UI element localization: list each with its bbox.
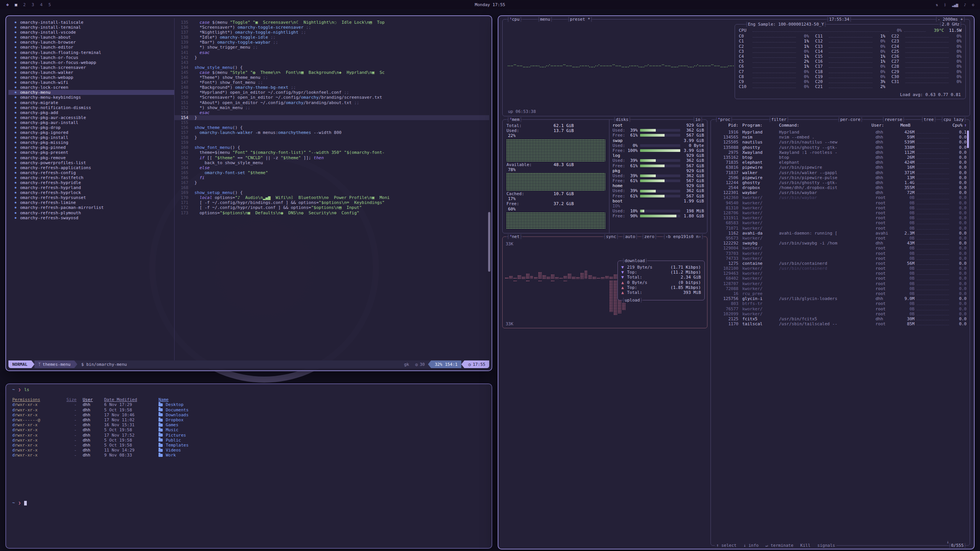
process-row[interactable]: 102100kworker//usr/bin/containerdroot0B0… [714,266,967,271]
file-item[interactable]: ✱omarchy-refresh-limine [15,200,174,205]
process-row[interactable]: 1170tailscal/usr/sbin/tailscaled --root8… [714,321,967,326]
code-line[interactable]: 146 *Theme*) show_theme_menu ;; [175,75,489,80]
net-interface-selector[interactable]: ‹b enp191s0 n› [663,234,704,239]
workspace-3[interactable]: 3 [30,2,35,7]
proc-tab[interactable]: ⁴proc [715,117,733,122]
process-row[interactable]: 68583kworker/root0B0.0 [714,220,967,225]
code-line[interactable]: 155 [175,120,489,125]
bluetooth-icon[interactable]: ᛒ [944,3,946,7]
process-row[interactable]: 2544dropbox/home/dhh/.dropbox-distdhh355… [714,185,967,190]
code-line[interactable]: 139 *Bar*) omarchy-toggle-waybar ;; [175,40,489,45]
process-row[interactable]: 2506pipewire/usr/bin/pipewire-pulsedhh13… [714,175,967,180]
file-item[interactable]: ✱omarchy-launch-browser [15,40,174,45]
process-row[interactable]: 128706kworker/root0B0.0 [714,210,967,215]
file-item[interactable]: ✱omarchy-pkg-add [15,110,174,115]
code-line[interactable]: 170 local options="♪ Audio\n▂▄▆ Wifi\nᛒ … [175,195,489,200]
workspace-4[interactable]: 4 [39,2,44,7]
process-row[interactable]: 125756glycin-i/usr/lib/glycin-loadersdhh… [714,296,967,301]
process-scrollbar[interactable] [967,130,969,148]
process-row[interactable]: 74733kworker/root0B0.0 [714,256,967,261]
net-auto-toggle[interactable]: auto [622,234,638,239]
file-item[interactable]: ✱omarchy-powerprofiles-list [15,160,174,165]
file-item[interactable]: ✱omarchy-install-terminal [15,25,174,30]
footer-key[interactable]: Kill [800,543,811,548]
process-row[interactable]: 95673kworker/root0B0.0 [714,236,967,241]
process-row[interactable]: 129004kworker/root0B0.0 [714,246,967,251]
process-row[interactable]: 122292swaybg/usr/bin/swaybg -i /homdhh43… [714,241,967,246]
shell-prompt[interactable]: ~ ❯ [12,500,488,505]
process-row[interactable]: 1162avahi-daavahi-daemon: running [avahi… [714,231,967,236]
io-tab[interactable]: io [693,117,704,122]
file-item[interactable]: ✱omarchy-pkg-install [15,135,174,140]
file-item[interactable]: ✱omarchy-pkg-aur-install [15,120,174,125]
reverse-toggle[interactable]: reverse [882,117,905,122]
code-line[interactable]: 143 [175,60,489,65]
process-row[interactable]: 122301waybar/usr/bin/waybardhh72M0.0 [714,190,967,195]
process-row[interactable]: 102099kworker/root0B0.0 [714,311,967,316]
code-line[interactable]: 172 [ -f ~/.config/hypr/input.conf ] && … [175,205,489,210]
workspace-5[interactable]: 5 [47,2,52,7]
code-line[interactable]: 171 [ -f ~/.config/hypr/bindings.conf ] … [175,200,489,205]
process-row[interactable]: 63816pipewire/usr/bin/pipewiredhh16M0.0 [714,165,967,170]
file-item[interactable]: ✱omarchy-pkg-drop [15,125,174,130]
file-item[interactable]: ✱omarchy-pkg-remove [15,155,174,160]
code-line[interactable]: 147 *Font*) show_font_menu ;; [175,80,489,85]
file-item[interactable]: ✱omarchy-pkg-pinned [15,145,174,150]
process-row[interactable]: 2975XwaylandXwayland :1 -rootless -dhh11… [714,150,967,155]
code-line[interactable]: 145 case $(menu "Style" "◍ Theme\n✎ Font… [175,70,489,75]
code-line[interactable]: 150 *Screensaver*) open_in_editor ~/.con… [175,95,489,100]
process-row[interactable]: 12244ghostty/usr/bin/ghostty --gtk-dhh1.… [714,180,967,185]
file-item[interactable]: ✱omarchy-menu [8,90,174,95]
column-header[interactable]: MemB [893,123,910,128]
code-line[interactable]: 169show_setup_menu() { [175,190,489,195]
net-tab[interactable]: ³net [506,234,523,239]
file-item[interactable]: ✱omarchy-refresh-fastfetch [15,175,174,180]
code-line[interactable]: 142} [175,55,489,60]
tree-toggle[interactable]: tree [921,117,937,122]
column-header[interactable]: Pid: [714,123,738,128]
file-item[interactable]: ✱omarchy-refresh-config [15,170,174,175]
mem-tab[interactable]: ²mem [506,117,523,122]
preset-button[interactable]: preset * [567,17,593,22]
code-line[interactable]: 167} [175,180,489,185]
code-line[interactable]: 160show_font_menu() { [175,145,489,150]
file-item[interactable]: ✱omarchy-install-tailscale [15,20,174,25]
code-line[interactable]: 148 *Background*) omarchy-theme-bg-next … [175,85,489,90]
file-item[interactable]: ✱omarchy-launch-screensaver [15,65,174,70]
per-core-toggle[interactable]: per-core [837,117,863,122]
file-item[interactable]: ✱omarchy-launch-wifi [15,80,174,85]
code-line[interactable]: 158} [175,135,489,140]
code-line[interactable]: 166 fi [175,175,489,180]
process-row[interactable]: 81310kworker/root0B0.0 [714,205,967,210]
file-item[interactable]: ✱omarchy-refresh-hyprsunset [15,195,174,200]
process-row[interactable]: 128707kworker/root0B0.0 [714,281,967,286]
code-line[interactable]: 153 esac [175,110,489,115]
network-icon[interactable]: ⇅ [936,3,938,7]
code-line[interactable]: 149 *Hyprland*) open_in_editor ~/.config… [175,90,489,95]
file-item[interactable]: ✱omarchy-refresh-hyprlock [15,190,174,195]
code-line[interactable]: 141 esac [175,50,489,55]
process-row[interactable]: 803btrfs-trroot0B0.0 [714,301,967,306]
filter-button[interactable]: filter [768,117,789,122]
process-row[interactable]: 73703kworker/root0B0.0 [714,251,967,256]
process-row[interactable]: 1275containe/usr/bin/containerdroot56M0.… [714,261,967,266]
file-item[interactable]: ✱omarchy-launch-webapp [15,75,174,80]
code-line[interactable]: 168 [175,185,489,190]
code-line[interactable]: 162 if [[ "$theme" == "CNCLD" || -z "$th… [175,155,489,160]
process-row[interactable]: 131911kworker/root0B0.0 [714,215,967,220]
file-item[interactable]: ✱omarchy-launch-or-focus-webapp [15,60,174,65]
os-logo-icon[interactable]: ❖ [6,2,9,7]
column-header[interactable]: User: [871,123,893,128]
file-item[interactable]: ✱omarchy-refresh-hypridle [15,180,174,185]
process-row[interactable]: 72088kworker/root0B0.0 [714,286,967,291]
net-zero-toggle[interactable]: zero [641,234,657,239]
file-item[interactable]: ✱omarchy-refresh-pacman-mirrorlist [15,205,174,210]
process-row[interactable]: 94540kworker/root0B0.0 [714,201,967,205]
file-item[interactable]: ✱omarchy-menu-keybindings [15,95,174,100]
code-line[interactable]: 156show_theme_menu() { [175,125,489,130]
code-line[interactable]: 138 *Idle*) omarchy-toggle-idle ;; [175,35,489,40]
code-line[interactable]: 135 case $(menu "Toggle" "▣ Screensaver\… [175,20,489,25]
editor-scrollbar[interactable] [488,212,490,272]
process-row[interactable]: 134565nvimnvim --embed .dhh59M0.0 [714,135,967,140]
column-header[interactable]: Program: [742,123,779,128]
